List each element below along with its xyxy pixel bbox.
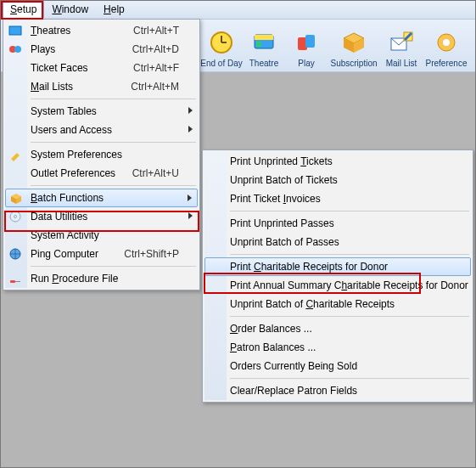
menu-data-utilities[interactable]: Data Utilities xyxy=(5,207,198,226)
globe-icon xyxy=(8,247,22,261)
rest: haritable Receipts for Donor xyxy=(261,261,388,273)
menu-run-procedure-pre: Run xyxy=(31,273,52,285)
menu-clear-replace[interactable]: Clear/Replace Patron Fields xyxy=(204,381,471,400)
menu-outlet-preferences[interactable]: Outlet Preferences Ctrl+Alt+U xyxy=(5,164,198,183)
rest: atron Balances ... xyxy=(237,341,316,353)
menu-mail-lists[interactable]: Mail Lists Ctrl+Alt+M xyxy=(5,77,198,96)
svg-rect-4 xyxy=(255,35,273,40)
toolbar-preferences[interactable]: Preference xyxy=(423,29,470,68)
menubar-help[interactable]: Help xyxy=(96,1,132,19)
menu-order-balances[interactable]: Order Balances ... xyxy=(204,319,471,338)
label: Unprint Batch of Passes xyxy=(230,236,452,248)
svg-rect-5 xyxy=(256,42,261,47)
wrench-icon xyxy=(8,148,22,161)
menu-ping-label: Ping Computer xyxy=(31,248,109,260)
svg-rect-16 xyxy=(9,26,21,35)
batch-functions-menu: Print Unprinted Tickets Unprint Batch of… xyxy=(202,149,473,403)
mail-icon xyxy=(388,29,415,56)
menu-outlet-preferences-accel: Ctrl+Alt+U xyxy=(117,167,179,179)
box-icon xyxy=(9,192,23,206)
toolbar-maillist-label: Mail List xyxy=(386,59,417,68)
separator xyxy=(31,99,196,99)
menu-plays-label: Plays xyxy=(31,43,117,55)
menubar-window[interactable]: Window xyxy=(44,1,96,19)
menu-batch-functions[interactable]: Batch Functions xyxy=(5,189,198,207)
theatre-icon xyxy=(250,29,277,56)
label: Orders Currently Being Sold xyxy=(230,360,452,372)
menu-print-annual-summary[interactable]: Print Annual Summary Charitable Receipts… xyxy=(204,276,471,295)
clock-icon xyxy=(208,29,235,56)
menu-outlet-preferences-label: Outlet Preferences xyxy=(31,167,117,179)
menubar-window-rest: indow xyxy=(62,3,88,15)
menu-print-ticket-invoices[interactable]: Print Ticket Invoices xyxy=(204,189,471,208)
menu-system-preferences[interactable]: System Preferences xyxy=(5,145,198,164)
menu-users-access-label: Users and Access xyxy=(31,124,179,136)
toolbar-mail-list[interactable]: Mail List xyxy=(380,29,423,68)
menu-ping[interactable]: Ping Computer Ctrl+Shift+P xyxy=(5,245,198,263)
plays-icon xyxy=(8,42,22,56)
menu-plays-accel: Ctrl+Alt+D xyxy=(117,43,179,55)
menu-print-unprinted-passes[interactable]: Print Unprinted Passes xyxy=(204,214,471,233)
label: Unprint Batch of Tickets xyxy=(230,174,452,186)
rest: nvoices xyxy=(286,193,321,205)
menu-print-charitable-receipts[interactable]: Print Charitable Receipts for Donor xyxy=(204,257,471,276)
toolbar-theatre[interactable]: Theatre xyxy=(243,29,285,68)
menu-ticket-faces[interactable]: Ticket Faces Ctrl+Alt+F xyxy=(5,59,198,77)
chevron-right-icon xyxy=(188,126,193,133)
chevron-right-icon xyxy=(188,107,193,114)
menu-system-tables[interactable]: System Tables xyxy=(5,102,198,121)
menu-theatres-rest: heatres xyxy=(36,25,70,37)
separator xyxy=(31,266,196,267)
toolbar-subscription[interactable]: Subscription xyxy=(328,29,380,68)
menu-unprint-batch-tickets[interactable]: Unprint Batch of Tickets xyxy=(204,171,471,189)
menu-batch-functions-rest: atch Functions xyxy=(37,192,104,204)
menu-ticket-faces-label: Ticket Faces xyxy=(31,62,118,74)
menu-print-unprinted-tickets[interactable]: Print Unprinted Tickets xyxy=(204,152,471,171)
screwdriver-icon xyxy=(8,272,22,285)
svg-rect-25 xyxy=(10,280,15,283)
box-icon xyxy=(340,29,367,56)
menu-theatres-accel: Ctrl+Alt+T xyxy=(118,25,179,37)
menu-plays[interactable]: Plays Ctrl+Alt+D xyxy=(5,40,198,59)
label: Print Unprinted Passes xyxy=(230,217,452,229)
separator xyxy=(230,211,469,211)
toolbar-end-of-day[interactable]: End of Day xyxy=(200,29,243,68)
menu-run-procedure[interactable]: Run Procedure File xyxy=(5,269,198,288)
pre: Print Unprinted xyxy=(230,155,300,167)
menu-unprint-charitable[interactable]: Unprint Batch of Charitable Receipts xyxy=(204,295,471,313)
menu-patron-balances[interactable]: Patron Balances ... xyxy=(204,338,471,357)
svg-point-23 xyxy=(14,216,17,218)
menu-theatres[interactable]: Theatres Ctrl+Alt+T xyxy=(5,21,198,40)
menu-system-preferences-label: System Preferences xyxy=(31,149,179,161)
play-icon xyxy=(293,29,320,56)
separator xyxy=(230,378,469,379)
menu-unprint-batch-passes[interactable]: Unprint Batch of Passes xyxy=(204,233,471,251)
menu-ticket-faces-accel: Ctrl+Alt+F xyxy=(118,62,179,74)
menu-mail-lists-rest: ail Lists xyxy=(39,81,73,93)
toolbar-eod-label: End of Day xyxy=(200,59,242,68)
label: Clear/Replace Patron Fields xyxy=(230,385,452,397)
chevron-right-icon xyxy=(188,195,192,201)
menu-system-activity[interactable]: System Activity xyxy=(5,226,198,245)
gear-icon xyxy=(433,29,460,56)
rest: ickets xyxy=(306,155,333,167)
menu-system-tables-label: System Tables xyxy=(31,105,179,117)
separator xyxy=(31,185,196,186)
menu-users-access[interactable]: Users and Access xyxy=(5,121,198,139)
menubar-help-rest: elp xyxy=(111,3,125,15)
toolbar-preferences-label: Preference xyxy=(426,59,468,68)
svg-rect-7 xyxy=(305,35,315,48)
menubar-setup[interactable]: Setup xyxy=(3,1,44,19)
rest: haritable Receipts xyxy=(313,298,395,310)
svg-rect-26 xyxy=(15,281,20,282)
menu-mail-lists-accel: Ctrl+Alt+M xyxy=(115,81,179,93)
chevron-right-icon xyxy=(188,212,193,219)
pre: Unprint Batch of xyxy=(230,298,305,310)
pre: Print Ticket xyxy=(230,193,283,205)
menu-orders-being-sold[interactable]: Orders Currently Being Sold xyxy=(204,357,471,375)
toolbar-play[interactable]: Play xyxy=(285,29,328,68)
rest: rder Balances ... xyxy=(238,323,311,335)
menubar-setup-rest: etup xyxy=(17,3,36,15)
menubar: Setup Window Help xyxy=(1,1,475,20)
pre: Print Annual Summary C xyxy=(230,279,341,291)
